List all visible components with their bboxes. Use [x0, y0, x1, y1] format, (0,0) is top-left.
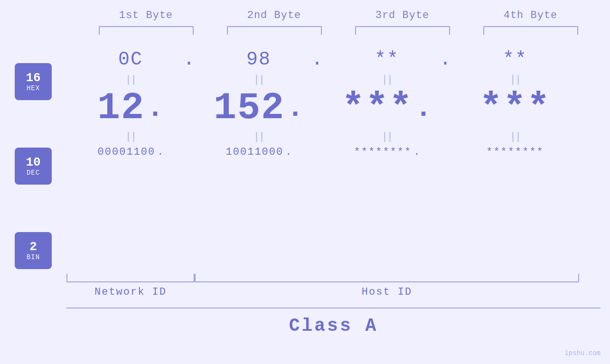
dec-row: 12 . 152 . *** . ***	[66, 89, 610, 127]
hex-value-3: **	[375, 49, 399, 70]
eq-cell-1: ||	[66, 74, 195, 86]
eq2-cell-2: ||	[195, 131, 323, 143]
hex-cell-1: 0C .	[66, 49, 195, 70]
badges-column: 16 HEX 10 DEC 2 BIN	[0, 49, 66, 269]
equals-1: ||	[125, 74, 136, 86]
main-area: 16 HEX 10 DEC 2 BIN 0C . 98	[0, 49, 610, 269]
hex-cell-2: 98 .	[195, 49, 323, 70]
equals2-4: ||	[510, 131, 520, 143]
dec-cell-3: *** .	[323, 89, 451, 127]
watermark: ipshu.com	[564, 349, 601, 357]
host-bracket	[195, 274, 579, 282]
equals2-2: ||	[253, 131, 264, 143]
bracket-cell-3	[338, 26, 467, 35]
hex-cell-4: **	[451, 49, 579, 70]
network-id-label: Network ID	[66, 286, 195, 298]
eq-cell-2: ||	[195, 74, 323, 86]
hex-value-1: 0C	[118, 49, 143, 70]
bin-cell-4: ********	[451, 146, 579, 158]
bin-badge-label: BIN	[27, 253, 40, 261]
equals-row-2: || || || ||	[66, 127, 610, 146]
hex-dot-2: .	[311, 49, 323, 70]
hex-row: 0C . 98 . ** . **	[66, 49, 610, 70]
hex-dot-3: .	[440, 49, 451, 70]
host-id-label: Host ID	[195, 286, 579, 298]
dec-value-4: ***	[479, 89, 551, 127]
bin-value-2: 10011000	[226, 146, 284, 158]
bracket-cell-2	[210, 26, 338, 35]
top-bracket-1	[99, 26, 194, 35]
dec-dot-2: .	[287, 92, 304, 124]
top-bracket-2	[227, 26, 322, 35]
bracket-cell-1	[82, 26, 210, 35]
bin-row: 00001100 . 10011000 . ******** . *******…	[66, 146, 610, 158]
equals-2: ||	[253, 74, 264, 86]
bin-cell-1: 00001100 .	[66, 146, 195, 158]
bottom-section: Network ID Host ID	[0, 274, 610, 298]
equals-4: ||	[510, 74, 520, 86]
bin-cell-2: 10011000 .	[195, 146, 323, 158]
dec-cell-1: 12 .	[66, 89, 195, 127]
bin-dot-3: .	[413, 146, 420, 158]
byte-header-3: 3rd Byte	[338, 9, 467, 21]
bottom-labels: Network ID Host ID	[66, 286, 610, 298]
dec-value-1: 12	[97, 89, 145, 127]
dec-badge: 10 DEC	[15, 148, 52, 185]
dec-value-2: 152	[214, 89, 285, 127]
bin-value-3: ********	[354, 146, 412, 158]
bin-dot-1: .	[157, 146, 163, 158]
dec-cell-2: 152 .	[195, 89, 323, 127]
network-bracket	[66, 274, 195, 282]
bin-badge-number: 2	[29, 240, 37, 254]
byte-header-2: 2nd Byte	[210, 9, 338, 21]
equals2-1: ||	[125, 131, 136, 143]
top-bracket-3	[355, 26, 450, 35]
eq2-cell-3: ||	[323, 131, 451, 143]
bin-cell-3: ******** .	[323, 146, 451, 158]
bin-dot-2: .	[285, 146, 291, 158]
eq2-cell-1: ||	[66, 131, 195, 143]
byte-header-1: 1st Byte	[82, 9, 210, 21]
eq-cell-3: ||	[323, 74, 451, 86]
dec-value-3: ***	[342, 89, 413, 127]
dec-cell-4: ***	[451, 89, 579, 127]
top-bracket-4	[483, 26, 578, 35]
class-bracket-line	[66, 308, 601, 308]
bin-badge: 2 BIN	[15, 232, 52, 269]
bottom-brackets	[66, 274, 610, 282]
class-section: Class A	[0, 308, 610, 336]
equals-3: ||	[382, 74, 392, 86]
dec-dot-1: .	[147, 92, 164, 124]
hex-value-2: 98	[246, 49, 271, 70]
bin-value-1: 00001100	[98, 146, 156, 158]
byte-headers-row: 1st Byte 2nd Byte 3rd Byte 4th Byte	[0, 9, 610, 21]
eq-cell-4: ||	[451, 74, 579, 86]
hex-value-4: **	[503, 49, 527, 70]
class-label: Class A	[66, 316, 601, 336]
top-brackets	[0, 26, 610, 35]
hex-badge: 16 HEX	[15, 63, 52, 100]
hex-badge-label: HEX	[27, 84, 40, 92]
bracket-cell-4	[467, 26, 595, 35]
byte-header-4: 4th Byte	[467, 9, 595, 21]
bin-value-4: ********	[486, 146, 544, 158]
eq2-cell-4: ||	[451, 131, 579, 143]
main-container: 1st Byte 2nd Byte 3rd Byte 4th Byte 16 H…	[0, 0, 610, 364]
dec-badge-label: DEC	[27, 169, 40, 177]
hex-cell-3: ** .	[323, 49, 451, 70]
data-rows: 0C . 98 . ** . ** ||	[66, 49, 610, 158]
dec-badge-number: 10	[26, 156, 40, 169]
hex-badge-number: 16	[26, 71, 40, 85]
hex-dot-1: .	[183, 49, 195, 70]
equals2-3: ||	[382, 131, 392, 143]
dec-dot-3: .	[415, 92, 432, 124]
